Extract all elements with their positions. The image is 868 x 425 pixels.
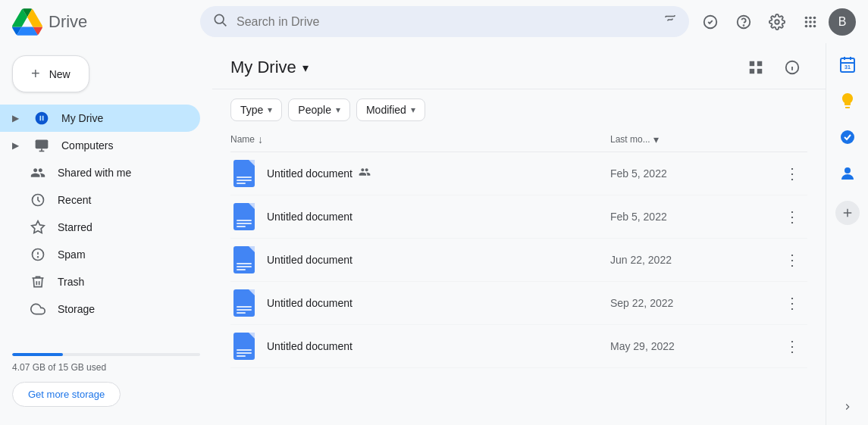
drive-title-dropdown[interactable]: My Drive ▾ [230,58,309,77]
sidebar-item-computers[interactable]: ▶ Computers [0,132,200,159]
people-icon [30,165,45,180]
sidebar-item-my-drive[interactable]: ▶ My Drive [0,105,200,132]
table-header: Name ↓ Last mo... ▾ [230,127,807,152]
svg-text:31: 31 [844,64,851,70]
file-more-button[interactable]: ⋮ [777,291,807,315]
svg-point-18 [805,24,808,27]
done-icon-button[interactable] [695,7,725,37]
filter-chip-people[interactable]: People ▾ [288,98,350,121]
info-button[interactable] [777,52,807,83]
drive-icon [34,111,49,126]
plus-icon: + [31,65,40,83]
drive-logo [12,7,42,37]
file-date-text: May 29, 2022 [610,340,777,352]
apps-icon-button[interactable] [795,7,826,37]
sidebar-item-storage[interactable]: Storage [0,295,200,323]
search-bar[interactable] [200,6,689,37]
svg-marker-25 [32,221,45,233]
shared-icon [359,166,371,181]
sidebar-item-starred[interactable]: Starred [0,214,200,241]
sidebar-item-shared-with-me[interactable]: Shared with me [0,159,200,186]
contacts-panel-icon[interactable] [832,158,863,189]
user-avatar[interactable]: B [829,8,856,36]
storage-text: 4.07 GB of 15 GB used [12,362,200,373]
get-more-storage-button[interactable]: Get more storage [12,382,121,407]
storage-section: 4.07 GB of 15 GB used Get more storage [0,341,212,419]
svg-rect-32 [757,69,762,73]
svg-rect-31 [750,69,754,73]
file-table: Name ↓ Last mo... ▾ [212,127,826,425]
file-name-text: Untitled document [267,297,353,309]
storage-bar [12,353,200,356]
svg-point-19 [809,24,812,27]
file-more-button[interactable]: ⋮ [777,161,807,186]
settings-icon-button[interactable] [762,7,792,37]
file-name-text: Untitled document [267,167,353,180]
filter-people-label: People [298,104,331,116]
table-row[interactable]: Untitled document Sep 22, 2022 ⋮ [230,282,807,325]
filter-chip-type[interactable]: Type ▾ [230,98,282,121]
search-filter-icon[interactable] [663,13,677,30]
svg-rect-29 [750,61,754,66]
file-more-button[interactable]: ⋮ [777,205,807,229]
sidebar-label-storage: Storage [58,303,95,315]
svg-rect-21 [36,140,49,149]
new-button-label: New [49,68,71,80]
main-panel: My Drive ▾ [212,43,826,425]
add-panel-button[interactable] [835,201,860,225]
search-icon [212,12,227,31]
app-title: Drive [49,12,87,32]
sidebar-label-spam: Spam [58,248,86,261]
help-icon-button[interactable] [729,7,759,37]
svg-point-10 [744,25,744,26]
table-row[interactable]: Untitled document May 29, 2022 ⋮ [230,325,807,368]
trash-icon [30,274,45,289]
sidebar-item-spam[interactable]: Spam [0,241,200,268]
new-button[interactable]: + New [12,55,89,92]
recent-icon [30,192,45,208]
storage-bar-fill [12,353,63,356]
date-sort-icon: ▾ [653,133,659,145]
file-name-area: Untitled document [267,211,610,223]
col-name-header[interactable]: Name ↓ [230,133,610,145]
file-icon [230,160,258,187]
file-name-area: Untitled document [267,254,610,266]
tasks-panel-icon[interactable] [832,122,863,152]
file-name-area: Untitled document [267,340,610,352]
calendar-panel-icon[interactable]: 31 [832,49,863,80]
file-more-button[interactable]: ⋮ [777,248,807,272]
file-icon [230,203,258,230]
search-input[interactable] [237,15,654,29]
grid-view-button[interactable] [741,52,771,83]
svg-point-12 [805,16,808,19]
file-more-button[interactable]: ⋮ [777,334,807,358]
col-date-header[interactable]: Last mo... ▾ [610,133,777,145]
table-row[interactable]: Untitled document Jun 22, 2022 ⋮ [230,239,807,282]
sidebar-label-shared-with-me: Shared with me [58,167,131,179]
file-name-text: Untitled document [267,340,353,352]
svg-point-41 [841,130,854,144]
date-header-text: Last mo... [610,134,650,145]
expand-panel-button[interactable] [835,395,860,419]
table-row[interactable]: Untitled document Feb 5, 2022 ⋮ [230,195,807,239]
computer-icon [34,138,49,153]
expand-arrow-my-drive: ▶ [12,113,19,123]
keep-panel-icon[interactable] [832,86,863,116]
file-date-text: Feb 5, 2022 [610,167,777,180]
file-name-area: Untitled document [267,166,610,181]
svg-point-28 [38,257,39,258]
drive-section-title: My Drive [230,58,296,77]
filter-people-arrow-icon: ▾ [336,105,340,115]
file-name-text: Untitled document [267,211,353,223]
filter-type-arrow-icon: ▾ [268,105,272,115]
svg-point-11 [775,20,779,24]
filter-modified-arrow-icon: ▾ [411,105,415,115]
svg-point-15 [805,20,808,23]
svg-point-17 [813,20,816,23]
filter-bar: Type ▾ People ▾ Modified ▾ [212,89,826,127]
table-row[interactable]: Untitled document Feb 5, 2022 ⋮ [230,152,807,195]
filter-chip-modified[interactable]: Modified ▾ [356,98,425,121]
drive-toolbar: My Drive ▾ [212,43,826,89]
sidebar-item-trash[interactable]: Trash [0,268,200,295]
sidebar-item-recent[interactable]: Recent [0,186,200,214]
